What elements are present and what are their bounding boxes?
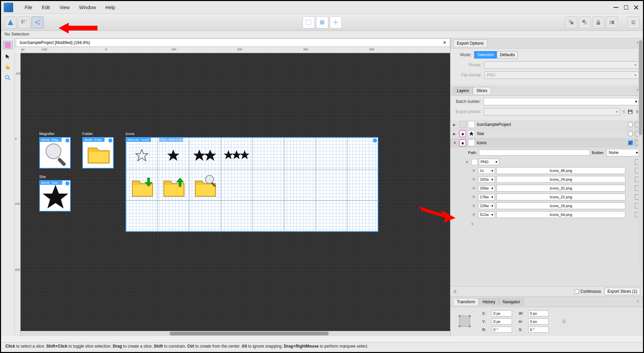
- slice-export-checkbox[interactable]: [628, 140, 633, 145]
- anchor-widget[interactable]: [457, 314, 472, 330]
- menu-view[interactable]: View: [55, 3, 74, 12]
- persona-pixel-button[interactable]: [18, 16, 30, 28]
- y-input[interactable]: [492, 318, 512, 325]
- svg-marker-4: [8, 20, 13, 25]
- slice-item-project[interactable]: ▶ IconSampleProject: [450, 120, 643, 129]
- panel-menu-icon[interactable]: ≡: [635, 298, 640, 305]
- snap-grid-button[interactable]: [316, 16, 328, 28]
- builder-dropdown[interactable]: None▾: [606, 149, 640, 156]
- scale-dropdown[interactable]: 256w▾: [478, 185, 495, 192]
- trash-icon[interactable]: 🗑: [453, 289, 457, 294]
- arrange-3-button[interactable]: [592, 16, 604, 28]
- copy-icon[interactable]: ⎘: [623, 109, 625, 114]
- scale-dropdown[interactable]: 512w▾: [478, 212, 495, 218]
- preset-dropdown[interactable]: ▾: [484, 61, 639, 69]
- svg-rect-65: [459, 315, 461, 317]
- remove-size-button[interactable]: ✕: [471, 195, 477, 199]
- document-tabs: IconSampleProject [Modified] (194.4%) ✕: [15, 38, 450, 47]
- svg-rect-64: [459, 316, 470, 327]
- snap-pixel-button[interactable]: [303, 16, 315, 28]
- slice-magnifier[interactable]: 48x48, "Mag...: [39, 137, 71, 169]
- remove-size-button[interactable]: ✕: [471, 186, 477, 191]
- chevron-right-icon[interactable]: ▶: [453, 123, 457, 127]
- scale-dropdown[interactable]: 1x▾: [478, 168, 495, 174]
- slice-tool[interactable]: [3, 41, 13, 49]
- snap-options-button[interactable]: [330, 16, 342, 28]
- batch-builder-dropdown[interactable]: ▾: [484, 98, 640, 105]
- filename-input[interactable]: Icons_24.png: [496, 176, 625, 183]
- persona-designer-button[interactable]: [4, 16, 17, 28]
- filename-input[interactable]: Icons_22.png: [496, 194, 625, 200]
- canvas[interactable]: Magnifier 48x48, "Mag... Folder 48x48, "…: [21, 53, 450, 336]
- format-dropdown[interactable]: PNG▾: [479, 159, 499, 165]
- svg-marker-55: [240, 150, 249, 159]
- arrange-4-button[interactable]: [606, 16, 618, 28]
- slice-export-checkbox[interactable]: [628, 122, 633, 127]
- tab-layers[interactable]: Layers: [453, 87, 473, 94]
- filename-input[interactable]: Icons_64.png: [496, 211, 625, 218]
- x-input[interactable]: [492, 310, 512, 316]
- arrange-2-button[interactable]: [579, 16, 591, 28]
- chevron-right-icon[interactable]: ▶: [453, 132, 457, 136]
- svg-rect-8: [21, 22, 23, 23]
- tab-history[interactable]: History: [479, 298, 499, 305]
- persona-export-button[interactable]: [31, 16, 44, 28]
- chevron-down-icon[interactable]: ▼: [453, 141, 457, 145]
- move-tool[interactable]: [4, 52, 12, 60]
- hand-tool[interactable]: [4, 63, 12, 71]
- save-icon[interactable]: 💾: [628, 109, 633, 114]
- mode-defaults-button[interactable]: Defaults: [497, 51, 518, 59]
- menu-window[interactable]: Window: [74, 3, 101, 12]
- filename-input[interactable]: Icons_48.png: [496, 167, 625, 174]
- add-size-button[interactable]: +: [450, 219, 643, 229]
- minimize-button[interactable]: [612, 4, 620, 11]
- w-input[interactable]: [528, 310, 549, 316]
- scale-dropdown[interactable]: 176w▾: [478, 194, 495, 200]
- remove-format-button[interactable]: ✕: [464, 160, 470, 164]
- document-tab[interactable]: IconSampleProject [Modified] (194.4%) ✕: [16, 39, 450, 46]
- slice-item-star[interactable]: ▶ ◉ Star: [450, 129, 643, 138]
- menu-help[interactable]: Help: [101, 3, 120, 12]
- link-wh-icon[interactable]: ⛓: [562, 319, 566, 324]
- filename-input[interactable]: Icons_16.png: [496, 202, 625, 209]
- align-button[interactable]: [627, 16, 640, 28]
- r-input[interactable]: [492, 327, 512, 333]
- close-button[interactable]: [632, 4, 640, 11]
- arrange-1-button[interactable]: [565, 16, 577, 28]
- x-label: X:: [482, 311, 488, 315]
- tab-export-options[interactable]: Export Options: [453, 40, 487, 47]
- tab-close-icon[interactable]: ✕: [443, 40, 446, 45]
- format-dropdown[interactable]: PNG▾: [484, 71, 639, 79]
- tab-transform[interactable]: Transform: [453, 298, 479, 305]
- remove-size-button[interactable]: ✕: [471, 168, 477, 173]
- panels-scrollbar[interactable]: [638, 38, 643, 268]
- tab-slices[interactable]: Slices: [473, 87, 491, 94]
- slice-item-icons[interactable]: ▼ ◉ Icons: [450, 138, 643, 148]
- menu-file[interactable]: File: [20, 3, 37, 12]
- maximize-button[interactable]: [622, 4, 630, 11]
- remove-size-button[interactable]: ✕: [471, 203, 477, 208]
- path-input[interactable]: [479, 150, 590, 156]
- mode-selection-button[interactable]: Selection: [474, 51, 497, 59]
- scale-dropdown[interactable]: 192w▾: [478, 176, 495, 183]
- zoom-tool[interactable]: [4, 74, 12, 82]
- tab-navigator[interactable]: Navigator: [499, 298, 524, 305]
- svg-rect-38: [89, 152, 108, 162]
- s-input[interactable]: [528, 327, 549, 333]
- slice-folder[interactable]: 48x48, "Fold...: [82, 137, 114, 169]
- menu-edit[interactable]: Edit: [37, 3, 55, 12]
- remove-size-button[interactable]: ✕: [471, 177, 477, 182]
- tools-sidebar: [1, 38, 15, 336]
- export-slices-button[interactable]: Export Slices (1): [604, 288, 640, 295]
- filename-input[interactable]: Icons_32.png: [496, 185, 625, 192]
- export-preset-dropdown[interactable]: ▾: [484, 108, 620, 115]
- canvas-hscroll[interactable]: [21, 331, 450, 336]
- slice-star[interactable]: 48x48, "Star"...: [39, 180, 71, 212]
- slice-export-checkbox[interactable]: [628, 131, 633, 136]
- scale-dropdown[interactable]: 128w▾: [478, 203, 495, 209]
- remove-size-button[interactable]: ✕: [471, 212, 477, 217]
- continuous-checkbox[interactable]: [575, 289, 579, 294]
- h-input[interactable]: [528, 318, 549, 325]
- slice-icons[interactable]: 384x144, "Icons" PNG, RGB 8-bit: [126, 137, 378, 232]
- slice-thumb: [468, 139, 475, 146]
